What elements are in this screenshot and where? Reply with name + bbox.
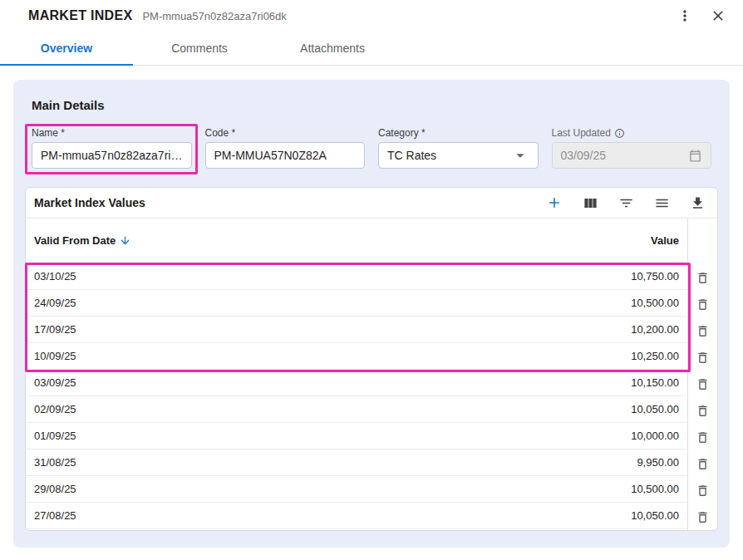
- tab-overview[interactable]: Overview: [0, 32, 133, 65]
- trash-icon: [696, 351, 710, 365]
- field-last-updated: Last Updated 03/09/25: [552, 127, 712, 169]
- row-value: 10,750.00: [631, 270, 679, 282]
- delete-row-button[interactable]: [694, 482, 711, 499]
- table-row[interactable]: 31/08/25 9,950.00: [26, 449, 687, 476]
- delete-row-button[interactable]: [694, 508, 711, 526]
- trash-icon: [696, 297, 710, 312]
- density-button[interactable]: [652, 194, 672, 213]
- page-title: MARKET INDEX: [28, 8, 132, 23]
- trash-icon: [696, 484, 710, 498]
- name-label: Name *: [32, 127, 192, 139]
- delete-cell: [688, 397, 717, 424]
- download-icon: [690, 195, 706, 211]
- sort-desc-icon: [119, 234, 131, 247]
- table-row[interactable]: 02/09/25 10,050.00: [26, 396, 687, 423]
- close-button[interactable]: [708, 6, 728, 26]
- trash-icon: [696, 430, 710, 445]
- delete-row-button[interactable]: [694, 296, 711, 313]
- filter-button[interactable]: [617, 194, 636, 213]
- overview-content: Main Details Name * PM-mmua57n0z82aza7ri…: [0, 66, 743, 548]
- table-row[interactable]: 03/09/25 10,150.00: [26, 370, 687, 396]
- delete-column: [687, 219, 717, 530]
- filter-icon: [618, 195, 634, 211]
- chevron-down-icon: [511, 146, 529, 165]
- column-header-valid-from-date[interactable]: Valid From Date: [34, 234, 131, 247]
- table-row[interactable]: 10/09/25 10,250.00: [26, 343, 687, 370]
- row-date: 03/10/25: [34, 270, 76, 282]
- table-row[interactable]: 27/08/25 10,050.00: [26, 503, 687, 529]
- last-updated-label-text: Last Updated: [552, 127, 611, 139]
- trash-icon: [696, 377, 710, 391]
- delete-row-button[interactable]: [694, 322, 711, 340]
- delete-cell: [688, 477, 717, 504]
- delete-row-button[interactable]: [694, 429, 711, 446]
- data-grid: Valid From Date Value 03/10/25 10,750.00…: [26, 218, 717, 530]
- category-label: Category *: [378, 127, 539, 139]
- code-input[interactable]: PM-MMUA57N0Z82A: [205, 142, 366, 169]
- delete-row-button[interactable]: [694, 402, 711, 420]
- delete-column-header-spacer: [688, 219, 717, 264]
- delete-cell: [688, 317, 717, 344]
- field-code: Code * PM-MMUA57N0Z82A: [205, 127, 366, 169]
- calendar-icon: [688, 149, 702, 163]
- table-header-row: Valid From Date Value: [26, 219, 687, 263]
- table-row[interactable]: 17/09/25 10,200.00: [26, 317, 687, 343]
- delete-cell: [688, 504, 717, 530]
- table-row[interactable]: 24/09/25 10,500.00: [26, 290, 687, 317]
- delete-cell: [688, 344, 717, 371]
- row-value: 9,950.00: [637, 456, 679, 469]
- category-value: TC Rates: [387, 149, 506, 162]
- row-date: 31/08/25: [34, 456, 76, 469]
- kebab-menu-icon: [677, 7, 693, 24]
- table-row[interactable]: 01/09/25 10,000.00: [26, 423, 687, 449]
- code-value: PM-MMUA57N0Z82A: [214, 149, 357, 162]
- delete-cell: [688, 264, 717, 291]
- delete-cell: [688, 424, 717, 450]
- fields-row: Name * PM-mmua57n0z82aza7ri06dk Code * P…: [32, 127, 711, 169]
- columns-icon: [583, 195, 598, 211]
- category-select[interactable]: TC Rates: [378, 142, 539, 169]
- header-actions: [675, 6, 728, 26]
- main-details-panel: Main Details Name * PM-mmua57n0z82aza7ri…: [13, 80, 730, 548]
- grid-main: Valid From Date Value 03/10/25 10,750.00…: [26, 219, 687, 530]
- row-value: 10,500.00: [631, 483, 679, 495]
- delete-row-button[interactable]: [694, 349, 711, 366]
- name-value: PM-mmua57n0z82aza7ri06dk: [41, 149, 183, 162]
- table-row[interactable]: 03/10/25 10,750.00: [26, 263, 687, 290]
- column-header-value[interactable]: Value: [651, 234, 679, 247]
- row-date: 27/08/25: [34, 509, 76, 522]
- info-icon: [614, 128, 625, 139]
- row-value: 10,250.00: [631, 350, 679, 362]
- row-value: 10,050.00: [631, 509, 679, 522]
- field-name: Name * PM-mmua57n0z82aza7ri06dk: [32, 127, 192, 169]
- main-details-heading: Main Details: [32, 98, 711, 112]
- download-button[interactable]: [688, 194, 707, 213]
- delete-row-button[interactable]: [694, 376, 711, 393]
- row-date: 10/09/25: [34, 350, 76, 362]
- add-row-button[interactable]: [544, 193, 564, 213]
- last-updated-label: Last Updated: [552, 127, 712, 139]
- delete-cell: [688, 450, 717, 477]
- name-input[interactable]: PM-mmua57n0z82aza7ri06dk: [32, 142, 192, 169]
- trash-icon: [696, 510, 710, 524]
- row-date: 29/08/25: [34, 483, 76, 495]
- delete-row-button[interactable]: [694, 269, 711, 287]
- tab-bar: Overview Comments Attachments: [0, 32, 743, 66]
- table-row[interactable]: 29/08/25 10,500.00: [26, 476, 687, 503]
- trash-icon: [696, 457, 710, 471]
- row-date: 01/09/25: [34, 430, 76, 442]
- table-toolbar: Market Index Values: [26, 188, 717, 218]
- delete-row-button[interactable]: [694, 455, 711, 473]
- toolbar-icons: [544, 193, 707, 213]
- tab-comments[interactable]: Comments: [133, 32, 266, 65]
- record-id: PM-mmua57n0z82aza7ri06dk: [142, 10, 286, 22]
- delete-column-cells: [688, 264, 717, 530]
- columns-button[interactable]: [581, 194, 600, 213]
- tab-attachments[interactable]: Attachments: [266, 32, 399, 65]
- window-header: MARKET INDEX PM-mmua57n0z82aza7ri06dk: [0, 0, 743, 32]
- kebab-menu-button[interactable]: [675, 6, 695, 26]
- code-label: Code *: [205, 127, 366, 139]
- delete-cell: [688, 291, 717, 317]
- row-value: 10,200.00: [631, 323, 679, 336]
- row-value: 10,500.00: [631, 297, 679, 309]
